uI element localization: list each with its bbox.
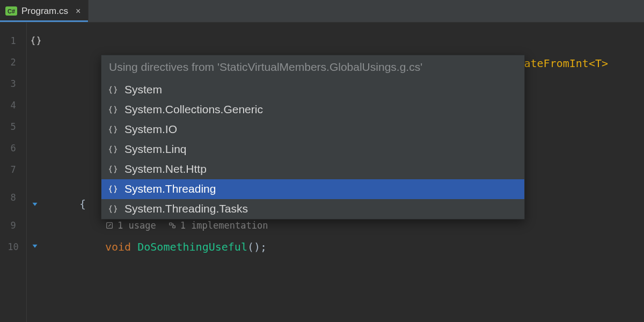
inlay-usages-text: 1 usage <box>118 220 156 231</box>
namespace-icon <box>108 105 118 115</box>
code-space <box>131 240 137 253</box>
namespace-icon <box>108 204 118 214</box>
namespace-icon <box>108 144 118 155</box>
completion-item-label: System.Threading.Tasks <box>125 202 248 215</box>
completion-item-label: System.Linq <box>125 143 187 156</box>
inlay-implementations-text: 1 implementation <box>180 220 268 231</box>
code-token-generic: <T> <box>589 57 608 70</box>
completion-item-selected[interactable]: System.Threading <box>101 179 524 199</box>
namespace-icon <box>30 35 42 47</box>
completion-item[interactable]: System.Threading.Tasks <box>101 199 524 219</box>
tab-label: Program.cs <box>21 6 68 17</box>
code-brace: { <box>79 197 86 210</box>
code-content[interactable]: CanCreateFromInt<T> { 1 usage 1 implemen… <box>75 23 644 322</box>
line-number: 8 <box>0 180 26 215</box>
namespace-icon <box>108 164 118 174</box>
line-number-gutter: 1 2 3 4 5 6 7 8 9 10 <box>0 23 27 322</box>
completion-item[interactable]: System.Linq <box>101 140 524 159</box>
namespace-icon <box>108 184 118 194</box>
inlay-implementations[interactable]: 1 implementation <box>168 220 268 231</box>
line-number: 10 <box>0 236 26 258</box>
line-number: 9 <box>0 215 26 236</box>
svg-rect-1 <box>169 223 172 225</box>
namespace-icon <box>108 125 118 135</box>
close-icon[interactable]: × <box>76 6 80 16</box>
glyph-margin <box>27 23 75 322</box>
line-number: 6 <box>0 137 26 159</box>
implements-arrow-icon[interactable] <box>30 240 40 253</box>
csharp-filetype-icon: C# <box>5 6 17 16</box>
code-token-method: DoSomethingUseful <box>137 240 247 253</box>
line-number: 5 <box>0 116 26 137</box>
line-number: 1 <box>0 30 26 52</box>
completion-popup[interactable]: Using directives from 'StaticVirtualMemb… <box>101 55 525 219</box>
line-number: 7 <box>0 159 26 180</box>
line-number: 4 <box>0 94 26 116</box>
completion-item-label: System.Net.Http <box>125 163 207 175</box>
code-token-keyword: void <box>105 240 131 253</box>
completion-item-label: System <box>125 83 162 96</box>
implements-arrow-icon[interactable] <box>30 199 40 211</box>
inlay-usages[interactable]: 1 usage <box>105 220 156 231</box>
code-token-parens: (); <box>247 240 267 253</box>
editor[interactable]: 1 2 3 4 5 6 7 8 9 10 <box>0 23 644 322</box>
tab-program-cs[interactable]: C# Program.cs × <box>0 0 89 22</box>
completion-item[interactable]: System.IO <box>101 120 524 140</box>
completion-item[interactable]: System <box>101 80 524 100</box>
line-number: 2 <box>0 52 26 73</box>
completion-item-label: System.Collections.Generic <box>125 103 263 116</box>
completion-item[interactable]: System.Collections.Generic <box>101 100 524 120</box>
completion-popup-header: Using directives from 'StaticVirtualMemb… <box>101 55 524 80</box>
line-number: 3 <box>0 73 26 94</box>
tab-bar: C# Program.cs × <box>0 0 644 23</box>
completion-item-label: System.IO <box>125 123 177 136</box>
namespace-icon <box>108 85 118 95</box>
completion-item-label: System.Threading <box>125 182 216 195</box>
completion-item[interactable]: System.Net.Http <box>101 159 524 179</box>
